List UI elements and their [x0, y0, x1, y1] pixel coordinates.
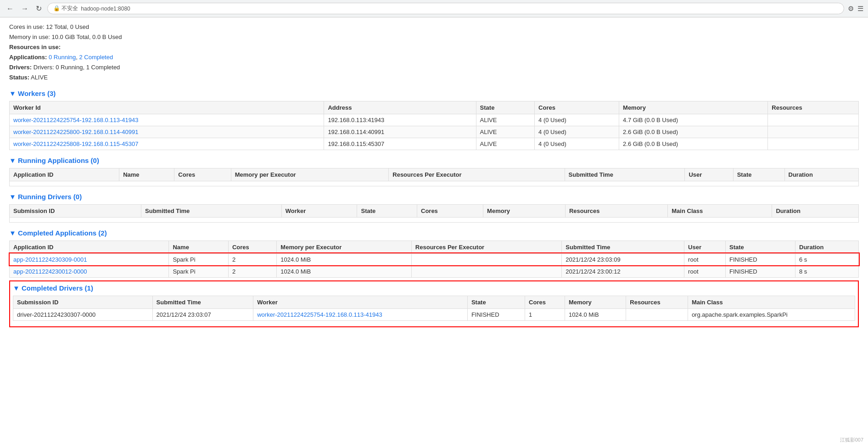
worker-row: worker-20211224225808-192.168.0.115-4530…: [10, 138, 859, 150]
empty-row: [10, 181, 859, 186]
app-cores: 2: [228, 265, 276, 277]
col-main-class: Main Class: [668, 204, 772, 217]
completed-app-row: app-20211224230012-0000 Spark Pi 2 1024.…: [10, 265, 859, 277]
completed-drivers-box: ▼ Completed Drivers (1) Submission ID Su…: [9, 280, 859, 327]
app-duration: 8 s: [795, 265, 859, 277]
workers-col-state: State: [476, 101, 535, 114]
running-drivers-section-header[interactable]: ▼ Running Drivers (0): [9, 193, 859, 201]
col-user: User: [685, 168, 733, 181]
worker-row: worker-20211224225754-192.168.0.113-4194…: [10, 114, 859, 126]
workers-col-resources: Resources: [768, 101, 859, 114]
worker-address: 192.168.0.114:40991: [324, 126, 476, 138]
worker-memory: 2.6 GiB (0.0 B Used): [619, 126, 768, 138]
worker-id-link[interactable]: worker-20211224225800-192.168.0.114-4099…: [13, 129, 139, 135]
driver-resources: [626, 308, 688, 320]
reload-button[interactable]: ↻: [34, 3, 44, 14]
app-name: Spark Pi: [169, 253, 228, 265]
app-memory: 1024.0 MiB: [277, 265, 412, 277]
driver-submitted: 2021/12/24 23:03:07: [152, 308, 253, 320]
completed-apps-link[interactable]: 2 Completed: [79, 54, 113, 61]
driver-worker-link[interactable]: worker-20211224225754-192.168.0.113-4194…: [257, 311, 382, 318]
forward-button[interactable]: →: [19, 4, 30, 14]
col-user: User: [684, 241, 726, 253]
col-sub-time: Submitted Time: [152, 296, 253, 308]
app-cores: 2: [228, 253, 276, 265]
completed-apps-header-row: Application ID Name Cores Memory per Exe…: [10, 241, 859, 253]
driver-sub-id: driver-20211224230307-0000: [13, 308, 153, 320]
running-apps-section-header[interactable]: ▼ Running Applications (0): [9, 157, 859, 164]
app-submitted: 2021/12/24 23:00:12: [562, 265, 684, 277]
app-user: root: [684, 265, 726, 277]
worker-id-link[interactable]: worker-20211224225754-192.168.0.113-4194…: [13, 117, 139, 123]
worker-resources: [768, 126, 859, 138]
workers-col-id: Worker Id: [10, 101, 324, 114]
applications-label: Applications:: [9, 54, 47, 61]
settings-icon[interactable]: ⚙: [848, 5, 854, 13]
security-label: 🔒 不安全: [53, 5, 78, 12]
col-cores: Cores: [228, 241, 276, 253]
driver-main-class: org.apache.spark.examples.SparkPi: [688, 308, 855, 320]
cluster-info: Cores in use: 12 Total, 0 Used Memory in…: [9, 22, 859, 83]
col-duration: Duration: [772, 204, 859, 217]
running-apps-table: Application ID Name Cores Memory per Exe…: [9, 168, 859, 186]
col-res-exec: Resources Per Executor: [389, 168, 565, 181]
app-id-link[interactable]: app-20211224230309-0001: [13, 256, 87, 263]
col-name: Name: [119, 168, 174, 181]
worker-cores: 4 (0 Used): [535, 114, 619, 126]
col-resources: Resources: [626, 296, 688, 308]
menu-icon[interactable]: ☰: [857, 5, 863, 13]
back-button[interactable]: ←: [5, 4, 16, 14]
applications-info: Applications: 0 Running, 2 Completed: [9, 52, 859, 62]
col-duration: Duration: [795, 241, 859, 253]
col-res-exec: Resources Per Executor: [411, 241, 561, 253]
app-submitted: 2021/12/24 23:03:09: [562, 253, 684, 265]
col-state: State: [725, 241, 795, 253]
drivers-info: Drivers: Drivers: 0 Running, 1 Completed: [9, 62, 859, 73]
col-cores: Cores: [174, 168, 231, 181]
col-mem-exec: Memory per Executor: [231, 168, 389, 181]
worker-memory: 4.7 GiB (0.0 B Used): [619, 114, 768, 126]
running-apps-link[interactable]: 0 Running: [49, 54, 76, 61]
col-memory: Memory: [565, 296, 626, 308]
worker-cores: 4 (0 Used): [535, 138, 619, 150]
col-resources: Resources: [565, 204, 667, 217]
worker-id-link[interactable]: worker-20211224225808-192.168.0.115-4530…: [13, 140, 139, 147]
app-memory: 1024.0 MiB: [277, 253, 412, 265]
resources-label: Resources in use:: [9, 42, 859, 52]
completed-drivers-header-row: Submission ID Submitted Time Worker Stat…: [13, 296, 855, 308]
workers-col-address: Address: [324, 101, 476, 114]
completed-drivers-table: Submission ID Submitted Time Worker Stat…: [13, 296, 855, 321]
col-cores: Cores: [525, 296, 565, 308]
app-user: root: [684, 253, 726, 265]
memory-in-use: Memory in use: 10.0 GiB Total, 0.0 B Use…: [9, 32, 859, 42]
completed-apps-section-header[interactable]: ▼ Completed Applications (2): [9, 229, 859, 237]
browser-toolbar: ← → ↻ 🔒 不安全 hadoop-node1:8080 ⚙ ☰: [0, 0, 868, 17]
completed-apps-table: Application ID Name Cores Memory per Exe…: [9, 241, 859, 278]
driver-cores: 1: [525, 308, 565, 320]
running-drivers-table: Submission ID Submitted Time Worker Stat…: [9, 204, 859, 223]
app-duration: 6 s: [795, 253, 859, 265]
driver-memory: 1024.0 MiB: [565, 308, 626, 320]
completed-app-row: app-20211224230309-0001 Spark Pi 2 1024.…: [10, 253, 859, 265]
app-state: FINISHED: [725, 253, 795, 265]
worker-resources: [768, 114, 859, 126]
running-drivers-header-row: Submission ID Submitted Time Worker Stat…: [10, 204, 859, 217]
col-duration: Duration: [784, 168, 859, 181]
worker-address: 192.168.0.115:45307: [324, 138, 476, 150]
address-bar[interactable]: 🔒 不安全 hadoop-node1:8080: [47, 3, 844, 14]
url-display: hadoop-node1:8080: [81, 6, 130, 12]
col-sub-id: Submission ID: [10, 204, 141, 217]
worker-state: ALIVE: [476, 138, 535, 150]
col-state: State: [467, 296, 525, 308]
col-submitted: Submitted Time: [562, 241, 684, 253]
completed-driver-row: driver-20211224230307-0000 2021/12/24 23…: [13, 308, 855, 320]
app-resources: [411, 265, 561, 277]
app-id-link[interactable]: app-20211224230012-0000: [13, 268, 87, 275]
worker-row: worker-20211224225800-192.168.0.114-4099…: [10, 126, 859, 138]
app-state: FINISHED: [725, 265, 795, 277]
workers-section-header[interactable]: ▼ Workers (3): [9, 90, 859, 97]
browser-action-icons: ⚙ ☰: [848, 5, 863, 13]
worker-address: 192.168.0.113:41943: [324, 114, 476, 126]
page-content: Cores in use: 12 Total, 0 Used Memory in…: [0, 17, 868, 336]
completed-drivers-section-header[interactable]: ▼ Completed Drivers (1): [13, 284, 855, 292]
